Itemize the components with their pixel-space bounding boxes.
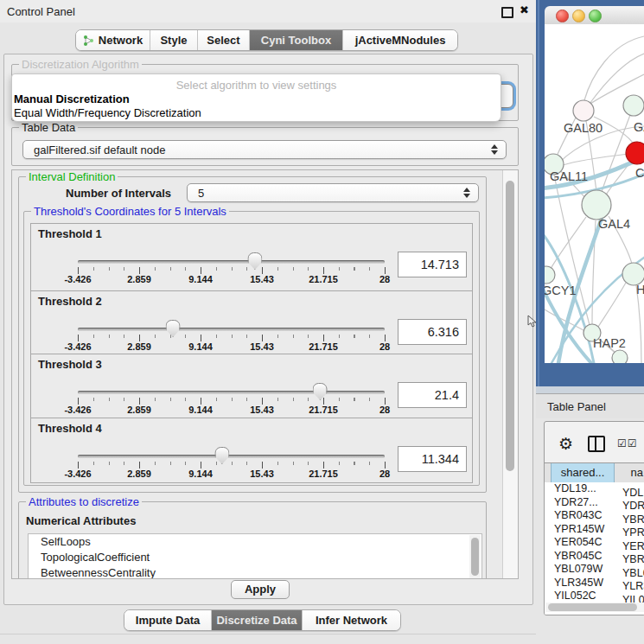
scrollbar-thumb[interactable] [506, 181, 514, 471]
threshold-2-slider-track[interactable] [78, 328, 385, 331]
network-graph: GAL80 GA C GAL11 GAL4 GCY1 H HAP2 [545, 24, 644, 363]
tab-style[interactable]: Style [150, 30, 198, 50]
option-manual-discretization[interactable]: Manual Discretization [14, 92, 130, 105]
window-bottom-strip [536, 386, 644, 393]
cell: YLR345W [545, 577, 617, 590]
column-checkbox-icons[interactable]: ☑☑ [617, 437, 638, 450]
node-top-right[interactable] [623, 95, 644, 116]
float-window-icon[interactable] [501, 7, 513, 18]
window-frame-highlight [538, 0, 539, 386]
column-header-shared-name[interactable]: shared... [551, 463, 615, 482]
table-panel-title: Table Panel [547, 400, 606, 413]
tab-jactivemnodules[interactable]: jActiveMNodules [343, 30, 457, 50]
table-row[interactable]: YPR145WYPR1 [545, 523, 644, 537]
table-row[interactable]: YBR043CYBR0 [545, 509, 644, 523]
tick-label: 15.43 [250, 405, 274, 415]
tab-discretize-data[interactable]: Discretize Data [212, 610, 303, 630]
apply-button[interactable]: Apply [231, 580, 290, 599]
table-row[interactable]: YLR345WYLR3 [545, 577, 644, 590]
threshold-4-value-field[interactable]: 11.344 [398, 446, 467, 472]
list-item[interactable]: SelfLoops [29, 534, 481, 550]
threshold-2-value-field[interactable]: 6.316 [398, 319, 467, 345]
number-of-intervals-combo[interactable]: 5 [187, 183, 479, 202]
threshold-4-slider-track[interactable] [78, 455, 385, 458]
slider-major-ticks [78, 335, 386, 341]
tick-label: 2.859 [127, 405, 151, 415]
node-label-h: H [636, 283, 644, 296]
thresholds-group-title: Threshold's Coordinates for 5 Intervals [31, 205, 229, 218]
tab-impute-data-label: Impute Data [136, 614, 200, 627]
scrollbar-thumb[interactable] [548, 603, 637, 611]
node-gal80[interactable] [573, 100, 594, 121]
minimize-traffic-light-icon[interactable] [572, 10, 585, 22]
threshold-row-1: Threshold 1 -3.426 2.859 9.144 15.43 21.… [30, 223, 473, 291]
threshold-row-2: Threshold 2 -3.426 2.859 9.144 15.43 21.… [30, 290, 473, 356]
node-label-gal80: GAL80 [564, 121, 603, 135]
column-layout-icon[interactable] [588, 436, 605, 452]
slider-tick-labels: -3.426 2.859 9.144 15.43 21.715 28 [78, 341, 385, 352]
list-item[interactable]: TopologicalCoefficient [29, 550, 481, 565]
tab-network[interactable]: Network [76, 30, 150, 50]
table-horizontal-scrollbar[interactable] [545, 603, 644, 612]
network-view-window: GAL80 GA C GAL11 GAL4 GCY1 H HAP2 [536, 0, 644, 386]
table-row[interactable]: YIL052CYIL0 [545, 590, 644, 603]
number-of-intervals-label: Number of Intervals [66, 187, 171, 200]
cell: YBR043C [545, 509, 617, 523]
node-label-hap2: HAP2 [593, 336, 626, 350]
node-gal4[interactable] [582, 190, 611, 220]
algorithm-dropdown-popup: Select algorithm to view settings Manual… [11, 73, 501, 122]
table-row[interactable]: YBR045CYBR0 [545, 550, 644, 564]
table-body: YDL19...YDL1 YDR27...YDR2 YBR043CYBR0 YP… [545, 482, 644, 615]
table-data-combo-value: galFiltered.sif default node [34, 143, 165, 156]
app-root: Control Panel ✖ Network Style Select [0, 0, 644, 644]
table-row[interactable]: YDR27...YDR2 [545, 496, 644, 510]
table-row[interactable]: YBL079WYBL0 [545, 563, 644, 577]
tab-select[interactable]: Select [198, 30, 250, 50]
threshold-3-value-field[interactable]: 21.4 [398, 382, 467, 408]
tick-label: -3.426 [64, 469, 91, 479]
tab-cyni-toolbox[interactable]: Cyni Toolbox [250, 30, 343, 50]
table-panel: ⚙ ☑☑ shared... na YDL19...YDL1 YDR27...Y… [544, 421, 644, 615]
settings-scroll-viewport: Interval Definition Number of Intervals … [11, 169, 519, 579]
settings-vertical-scrollbar[interactable] [502, 170, 518, 578]
numerical-attributes-label: Numerical Attributes [26, 514, 136, 527]
network-canvas[interactable]: GAL80 GA C GAL11 GAL4 GCY1 H HAP2 [545, 24, 644, 363]
close-traffic-light-icon[interactable] [556, 10, 569, 22]
option-equal-width-frequency[interactable]: Equal Width/Frequency Discretization [14, 106, 201, 119]
threshold-3-slider-track[interactable] [78, 391, 385, 394]
list-item[interactable]: BetweennessCentrality [29, 565, 481, 579]
discretization-algorithm-title: Discretization Algorithm [19, 58, 142, 71]
column-header-name[interactable]: na [614, 463, 644, 482]
tab-infer-network[interactable]: Infer Network [303, 610, 400, 630]
table-data-combo[interactable]: galFiltered.sif default node [22, 140, 507, 159]
zoom-traffic-light-icon[interactable] [589, 10, 602, 22]
node-label-gal11: GAL11 [550, 169, 588, 183]
tick-label: 21.715 [309, 341, 338, 352]
numerical-attributes-list[interactable]: SelfLoops TopologicalCoefficient Between… [28, 533, 482, 579]
table-row[interactable]: YDL19...YDL1 [545, 482, 644, 496]
close-icon[interactable]: ✖ [520, 3, 529, 16]
table-row[interactable]: YER054CYER0 [545, 536, 644, 550]
tab-select-label: Select [207, 34, 239, 47]
node-label-gcy1: GCY1 [545, 284, 577, 297]
node-selected-red[interactable] [626, 142, 644, 164]
control-panel-titlebar: Control Panel ✖ [0, 0, 536, 22]
threshold-1-slider-track[interactable] [78, 260, 385, 264]
cell: YDR27... [545, 496, 617, 510]
tick-label: -3.426 [64, 274, 91, 284]
tick-label: 28 [379, 274, 390, 284]
settings-gear-icon[interactable]: ⚙ [558, 434, 573, 453]
network-window-titlebar[interactable] [545, 6, 644, 25]
threshold-4-label: Threshold 4 [38, 422, 102, 435]
threshold-1-value-field[interactable]: 14.713 [398, 252, 467, 277]
tab-jactivemnodules-label: jActiveMNodules [355, 34, 446, 47]
mouse-cursor [527, 315, 537, 331]
node-bottom[interactable] [612, 350, 628, 363]
node-label-ga: GA [634, 120, 644, 134]
tick-label: 2.859 [127, 469, 151, 479]
attributes-group-title: Attributes to discretize [26, 495, 142, 508]
tick-label: 21.715 [309, 469, 338, 479]
node-gcy1[interactable] [545, 266, 555, 284]
tab-impute-data[interactable]: Impute Data [124, 610, 212, 630]
list-scrollbar[interactable] [469, 535, 481, 579]
